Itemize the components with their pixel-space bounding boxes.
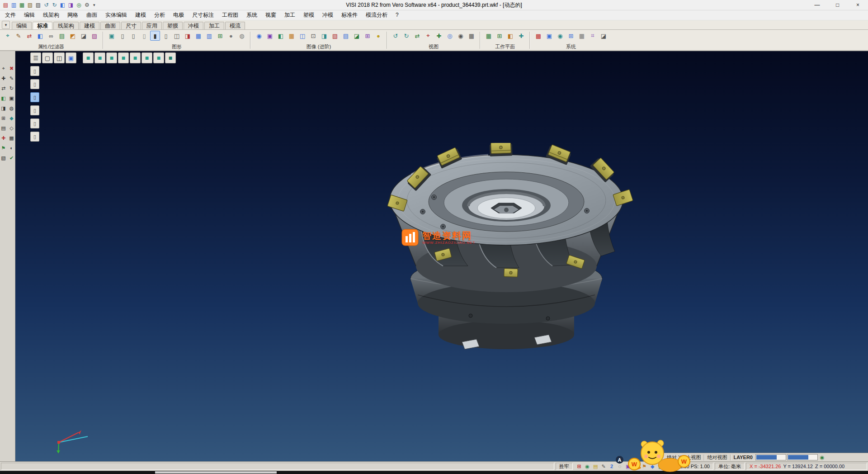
settings-icon[interactable]: ⚙ xyxy=(83,1,91,9)
lighting-icon[interactable]: ▦ xyxy=(287,31,297,41)
flag-tool-icon[interactable]: ⚑ xyxy=(0,144,7,152)
active-view-icon[interactable]: ▣ xyxy=(66,52,76,63)
cylinder-view-icon[interactable]: ▯ xyxy=(161,31,171,41)
bounding-box-icon[interactable]: ⊞ xyxy=(215,31,225,41)
filter-color-icon[interactable]: ◩ xyxy=(68,31,78,41)
menu-item[interactable]: 电极 xyxy=(169,10,188,20)
menu-item[interactable]: 分析 xyxy=(150,10,169,20)
pan-view-icon[interactable]: ⇄ xyxy=(412,31,422,41)
menu-item[interactable]: 系统 xyxy=(242,10,261,20)
globe-icon[interactable]: ◉ xyxy=(819,454,826,461)
sphere-display-icon[interactable]: ● xyxy=(226,31,236,41)
grid-snap-icon[interactable]: ▥ xyxy=(204,31,214,41)
layer-tool-icon[interactable]: ▤ xyxy=(0,124,7,132)
array-tool-icon[interactable]: ⊞ xyxy=(0,114,7,122)
snap-grid-icon[interactable]: ⊞ xyxy=(576,463,583,470)
tab-die[interactable]: 冲模 xyxy=(184,22,203,29)
tab-machining[interactable]: 加工 xyxy=(204,22,224,29)
menu-item[interactable]: 文件 xyxy=(1,10,20,20)
grid-tool-icon[interactable]: ▦ xyxy=(8,134,15,142)
edge-display-icon[interactable]: ▧ xyxy=(330,31,340,41)
tab-overflow-caret-icon[interactable]: ▾ xyxy=(2,21,10,29)
workplane-origin-icon[interactable]: ✚ xyxy=(516,31,526,41)
workplane-new-icon[interactable]: ⊞ xyxy=(495,31,505,41)
gallery-icon[interactable]: ● xyxy=(373,31,383,41)
quick-access-caret-icon[interactable]: ▾ xyxy=(91,3,97,7)
tab-modeling[interactable]: 建模 xyxy=(80,22,99,29)
lock-toggle[interactable]: 拴牢 xyxy=(556,463,573,470)
menu-item[interactable]: 实体编辑 xyxy=(101,10,131,20)
confirm-tool-icon[interactable]: ✔ xyxy=(8,154,15,161)
save-all-icon[interactable]: ▧ xyxy=(26,1,34,9)
view-manager-icon[interactable]: ▦ xyxy=(467,31,476,41)
print-icon[interactable]: ▨ xyxy=(34,1,42,9)
open-file-icon[interactable]: ▥ xyxy=(10,1,18,9)
transparency-icon[interactable]: ◨ xyxy=(319,31,329,41)
menu-item[interactable]: 曲面 xyxy=(82,10,101,20)
tab-standard[interactable]: 标准 xyxy=(33,22,52,29)
torus-display-icon[interactable]: ◍ xyxy=(237,31,247,41)
system-globe-icon[interactable]: ◉ xyxy=(555,31,565,41)
view-state-chip-2[interactable]: ▯ xyxy=(30,79,39,89)
menu-item[interactable]: 模流分析 xyxy=(362,10,392,20)
menu-item[interactable]: 加工 xyxy=(280,10,299,20)
view-state-chip-1[interactable]: ▯ xyxy=(30,66,39,76)
tab-edit[interactable]: 编辑 xyxy=(12,22,32,29)
view-state-chip-6[interactable]: ▯ xyxy=(30,132,39,142)
maximize-button[interactable]: □ xyxy=(827,0,848,10)
view-cube-top-icon[interactable]: ■ xyxy=(94,52,105,63)
filter-layer-icon[interactable]: ▤ xyxy=(57,31,67,41)
material-icon[interactable]: ▣ xyxy=(265,31,275,41)
menu-item[interactable]: 视窗 xyxy=(261,10,280,20)
view-scrollbar-horizontal[interactable] xyxy=(755,454,786,460)
units-indicator[interactable]: 单位: 毫米 xyxy=(715,463,745,470)
select-tool-icon[interactable]: ⌖ xyxy=(0,65,7,72)
viewport-3d[interactable]: ☰▢◫▣ ■■■■■■■■ ▯▯▯▯▯▯ xyxy=(15,51,868,461)
rotate-tool-icon[interactable]: ↻ xyxy=(8,85,15,92)
system-table-icon[interactable]: ▦ xyxy=(577,31,587,41)
wireframe-view-icon[interactable]: ▯ xyxy=(118,31,127,41)
attribute-swap-icon[interactable]: ⇄ xyxy=(24,31,34,41)
undo-icon[interactable]: ↺ xyxy=(42,1,50,9)
move-tool-icon[interactable]: ⇄ xyxy=(0,85,7,92)
attribute-edit-icon[interactable]: ✎ xyxy=(14,31,24,41)
view-scrollbar-thumb[interactable] xyxy=(788,455,808,460)
capture-icon[interactable]: ⊞ xyxy=(363,31,373,41)
system-palette-icon[interactable]: ▩ xyxy=(533,31,543,41)
view-sphere-icon[interactable]: ◎ xyxy=(445,31,455,41)
edit-mode-icon[interactable]: ✎ xyxy=(600,463,608,470)
filter-reset-icon[interactable]: ▨ xyxy=(90,31,99,41)
filter-chain-icon[interactable]: ∞ xyxy=(46,31,56,41)
scale-tool-icon[interactable]: ▣ xyxy=(8,95,15,102)
solid-view-icon[interactable]: ▮ xyxy=(150,31,160,41)
layer-indicator[interactable]: LAYER0 xyxy=(732,455,755,460)
bottom-scrollbar-thumb[interactable] xyxy=(155,471,277,474)
previous-view-icon[interactable]: ◉ xyxy=(456,31,466,41)
selection-magnet-icon[interactable]: ⌖ xyxy=(3,31,13,41)
menu-item[interactable]: 建模 xyxy=(131,10,150,20)
view-cube-bottom-icon[interactable]: ■ xyxy=(153,52,164,63)
system-calculator-icon[interactable]: ⊞ xyxy=(566,31,576,41)
help-doc-icon[interactable]: ◎ xyxy=(75,1,83,9)
offset-tool-icon[interactable]: ◍ xyxy=(8,104,15,112)
redo-icon[interactable]: ↻ xyxy=(51,1,58,9)
tab-wireframe[interactable]: 线架构 xyxy=(53,22,79,29)
texture-icon[interactable]: ◧ xyxy=(276,31,286,41)
menu-item[interactable]: 冲模 xyxy=(318,10,337,20)
workplane-align-icon[interactable]: ◧ xyxy=(505,31,515,41)
menu-item[interactable]: 线架构 xyxy=(39,10,63,20)
delete-tool-icon[interactable]: ✖ xyxy=(8,65,15,72)
new-file-icon[interactable]: ▤ xyxy=(2,1,9,9)
add-entity-icon[interactable]: ✚ xyxy=(0,134,7,142)
system-monitor-icon[interactable]: ▣ xyxy=(544,31,554,41)
view-cube-left-icon[interactable]: ■ xyxy=(130,52,141,63)
zoom-extents-icon[interactable]: ✚ xyxy=(434,31,444,41)
bottom-scrollbar-track[interactable] xyxy=(0,471,868,474)
absolute-view-label[interactable]: 绝对视图 xyxy=(706,454,729,461)
close-button[interactable]: × xyxy=(848,0,868,10)
system-info-icon[interactable]: ◪ xyxy=(599,31,609,41)
trim-tool-icon[interactable]: ◨ xyxy=(0,104,7,112)
rotate-left-view-icon[interactable]: ↺ xyxy=(391,31,401,41)
menu-item[interactable]: 塑模 xyxy=(299,10,318,20)
menu-item[interactable]: 网格 xyxy=(63,10,82,20)
